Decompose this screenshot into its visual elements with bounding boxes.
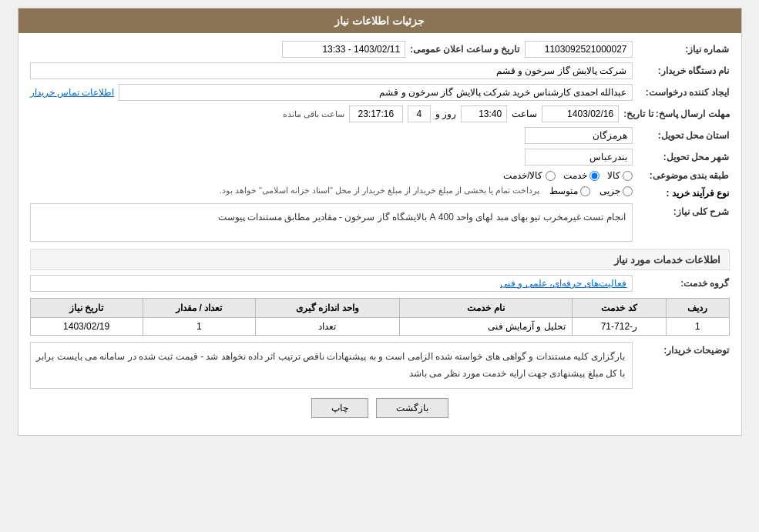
mohlat-remain-label: ساعت باقی مانده [283, 109, 344, 119]
mohlat-date: 1403/02/16 [542, 105, 619, 122]
gorohe-value: فعالیت‌های حرفه‌ای، علمی و فنی [30, 275, 633, 292]
radio-jozei[interactable]: جزیی [599, 186, 633, 196]
radio-kala[interactable]: کالا [607, 170, 633, 181]
bazgasht-button[interactable]: بازگشت [376, 398, 448, 418]
mohlat-rooz-label: روز و [435, 109, 456, 119]
cell-tarikh: 1403/02/19 [30, 318, 143, 336]
ostan-label: استان محل تحویل: [637, 130, 730, 141]
navoe-note: پرداخت تمام یا بخشی از مبلغ خریدار از مب… [220, 186, 540, 196]
mohlat-saat: 13:40 [461, 105, 507, 122]
mohlat-remain: 23:17:16 [349, 105, 403, 122]
mohlat-label: مهلت ارسال پاسخ: تا تاریخ: [623, 109, 729, 119]
ejad-link[interactable]: اطلاعات تماس خریدار [30, 87, 115, 98]
ejad-label: ایجاد کننده درخواست: [637, 87, 730, 98]
header-title: جزئیات اطلاعات نیاز [334, 15, 425, 27]
nam-dasgah-value: شرکت پالایش گاز سرخون و قشم [30, 62, 633, 79]
radio-kala-label: کالا [607, 170, 620, 181]
tosihe-label: توضیحات خریدار: [637, 345, 730, 356]
cell-nam: تحلیل و آزمایش فنی [399, 318, 572, 336]
sharh-label: شرح کلی نیاز: [637, 206, 730, 217]
gorohe-value-link[interactable]: فعالیت‌های حرفه‌ای، علمی و فنی [500, 278, 626, 289]
shahr-label: شهر محل تحویل: [637, 152, 730, 162]
radio-motevaset[interactable]: متوسط [549, 186, 590, 196]
gorohe-label: گروه خدمت: [637, 278, 730, 289]
page-header: جزئیات اطلاعات نیاز [18, 8, 741, 33]
shahr-value: بندرعباس [525, 149, 633, 166]
mohlat-saat-label: ساعت [512, 109, 537, 119]
radio-khadamat-label: خدمت [563, 170, 587, 181]
tarikh-aelan-label: تاریخ و ساعت اعلان عمومی: [410, 44, 519, 55]
tosihe-value: بارگزاری کلیه مستندات و گواهی های خواسته… [30, 342, 633, 389]
khadamat-section-title: اطلاعات خدمات مورد نیاز [30, 249, 730, 270]
tarighe-label: طبقه بندی موضوعی: [637, 170, 730, 181]
nam-dasgah-label: نام دستگاه خریدار: [637, 65, 730, 76]
col-tedad: تعداد / مقدار [143, 299, 255, 318]
navoe-label: نوع فرآیند خرید : [637, 188, 730, 199]
col-nam: نام خدمت [399, 299, 572, 318]
tarikh-aelan-value: 1403/02/11 - 13:33 [282, 41, 405, 58]
ejad-value: عبدالله احمدی کارشناس خرید شرکت پالایش گ… [119, 84, 632, 101]
table-row: 1 ر-712-71 تحلیل و آزمایش فنی تعداد 1 14… [30, 318, 729, 336]
cell-radif: 1 [666, 318, 729, 336]
radio-jozei-label: جزیی [599, 186, 620, 196]
cell-kod: ر-712-71 [572, 318, 666, 336]
radio-kala-khadamat[interactable]: کالا/خدمت [503, 170, 555, 181]
chap-button[interactable]: چاپ [311, 398, 368, 418]
col-kod: کد خدمت [572, 299, 666, 318]
mohlat-rooz: 4 [408, 105, 431, 122]
bottom-buttons: بازگشت چاپ [30, 398, 730, 418]
ostan-value: هرمزگان [525, 127, 633, 144]
col-radif: ردیف [666, 299, 729, 318]
cell-tedad: 1 [143, 318, 255, 336]
shomare-niaz-label: شماره نیاز: [637, 44, 730, 55]
cell-vahed: تعداد [255, 318, 399, 336]
radio-kala-khadamat-label: کالا/خدمت [503, 170, 542, 181]
sharh-value: انجام تست غیرمخرب تیو بهای مبد لهای واحد… [30, 203, 633, 242]
col-tarikh: تاریخ نیاز [30, 299, 143, 318]
radio-khadamat[interactable]: خدمت [563, 170, 599, 181]
shomare-niaz-value: 1103092521000027 [525, 41, 633, 58]
services-table: ردیف کد خدمت نام خدمت واحد اندازه گیری ت… [30, 298, 730, 336]
radio-motevaset-label: متوسط [549, 186, 578, 196]
col-vahed: واحد اندازه گیری [255, 299, 399, 318]
